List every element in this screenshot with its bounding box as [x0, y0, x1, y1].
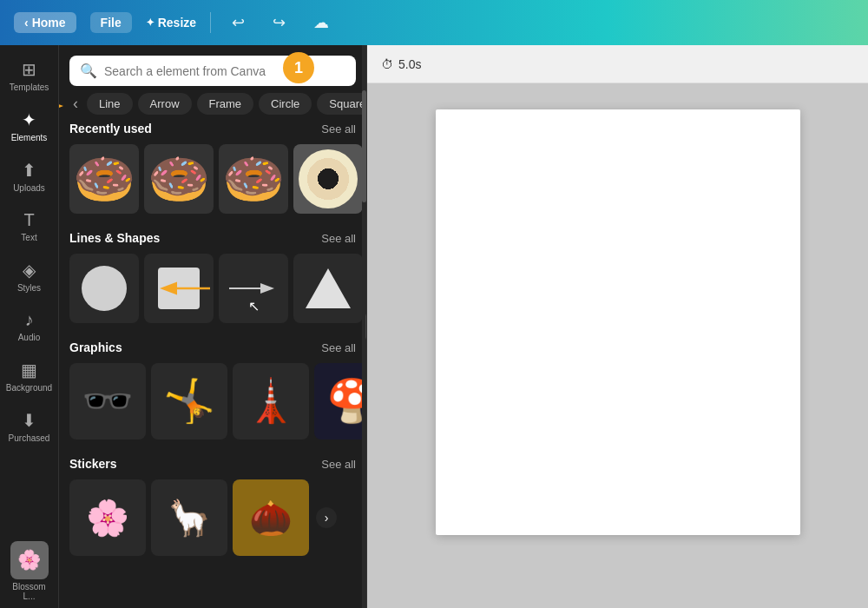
templates-icon: ⊞ — [22, 59, 36, 80]
sticker-2-emoji: 🦙 — [168, 498, 211, 539]
section-graphics: Graphics See all 🕶️ 🤸 🗼 — [69, 340, 356, 439]
sidebar-label-styles: Styles — [17, 283, 41, 293]
recently-used-item-4[interactable] — [293, 144, 363, 214]
shapes-grid: ↖ › — [69, 254, 356, 323]
cloud-button[interactable]: ☁ — [306, 10, 336, 36]
chip-frame[interactable]: Frame — [197, 93, 254, 115]
sticker-item-3[interactable]: 🌰 — [233, 479, 309, 556]
donut-3-emoji: 🍩 — [222, 154, 285, 204]
sidebar-item-elements[interactable]: ✦ Elements — [3, 102, 56, 149]
scrollbar-thumb[interactable] — [362, 90, 366, 203]
graphics-title: Graphics — [69, 340, 122, 354]
redo-button[interactable]: ↪ — [266, 10, 293, 36]
donut-2-emoji: 🍩 — [148, 154, 210, 204]
sidebar-item-text[interactable]: T Text — [3, 203, 56, 249]
recently-used-see-all[interactable]: See all — [321, 122, 356, 135]
recently-used-item-3[interactable]: 🍩 — [219, 144, 288, 214]
sidebar-label-background: Background — [6, 383, 52, 393]
time-value: 5.0s — [398, 57, 421, 71]
sidebar-label-text: Text — [21, 233, 36, 242]
sticker-item-1[interactable]: 🌸 — [69, 479, 146, 556]
topbar-left: ‹ Home File ✦ Resize ↩ ↪ ☁ — [14, 10, 336, 36]
sidebar-item-uploads[interactable]: ⬆ Uploads — [3, 153, 56, 200]
recently-used-grid: 🍩 🍩 🍩 › — [69, 144, 356, 214]
search-bar: 🔍 — [69, 56, 356, 86]
section-header-recently-used: Recently used See all — [69, 122, 356, 135]
annotation-arrow-2 — [154, 275, 214, 301]
graphic-4-emoji: 🍄 — [326, 377, 366, 426]
background-icon: ▦ — [21, 360, 37, 380]
section-recently-used: Recently used See all 🍩 🍩 🍩 — [69, 122, 356, 214]
recently-used-item-1[interactable]: 🍩 — [69, 144, 139, 214]
stickers-see-all[interactable]: See all — [321, 458, 356, 471]
time-indicator: ⏱ 5.0s — [381, 57, 421, 71]
search-icon: 🔍 — [80, 63, 97, 79]
purchased-icon: ⬇ — [22, 410, 36, 431]
sidebar-item-blossom[interactable]: 🌸 Blossom L... — [3, 534, 56, 608]
stickers-title: Stickers — [69, 457, 116, 471]
home-button[interactable]: ‹ Home — [14, 12, 76, 33]
elements-panel: 🔍 1 ‹ Line Arrow Frame Circle Squar — [59, 45, 367, 608]
sticker-item-2[interactable]: 🦙 — [151, 479, 227, 556]
search-input[interactable] — [104, 64, 345, 78]
audio-icon: ♪ — [25, 310, 34, 330]
shape-triangle[interactable] — [293, 254, 363, 323]
sidebar-label-templates: Templates — [10, 83, 49, 92]
topbar: ‹ Home File ✦ Resize ↩ ↪ ☁ — [0, 0, 868, 45]
lines-shapes-title: Lines & Shapes — [69, 231, 160, 245]
shape-circle[interactable] — [69, 254, 139, 323]
chips-prev-button[interactable]: ‹ — [69, 95, 82, 113]
category-chips: ‹ Line Arrow Frame Circle Square › — [59, 93, 366, 122]
graphic-item-3[interactable]: 🗼 — [233, 363, 309, 439]
circle-visual — [82, 266, 127, 311]
stickers-next[interactable]: › — [316, 507, 337, 528]
sidebar-icons: ⊞ Templates ✦ Elements ⬆ Uploads T Text … — [0, 45, 59, 608]
resize-control: ✦ Resize — [146, 16, 196, 30]
undo-button[interactable]: ↩ — [225, 10, 252, 36]
file-button[interactable]: File — [90, 12, 132, 33]
section-lines-shapes: Lines & Shapes See all 2 — [69, 231, 356, 323]
chip-line[interactable]: Line — [87, 93, 133, 115]
graphic-item-2[interactable]: 🤸 — [151, 363, 227, 439]
chip-arrow[interactable]: Arrow — [138, 93, 192, 115]
section-header-lines-shapes: Lines & Shapes See all — [69, 231, 356, 245]
shape-arrow[interactable]: ↖ — [219, 254, 288, 323]
graphics-grid: 🕶️ 🤸 🗼 🍄 › — [69, 363, 356, 439]
panel-scroll: Recently used See all 🍩 🍩 🍩 — [59, 122, 366, 608]
section-stickers: Stickers See all 🌸 🦙 🌰 › — [69, 457, 356, 556]
sidebar-item-audio[interactable]: ♪ Audio — [3, 303, 56, 349]
sidebar-label-uploads: Uploads — [13, 183, 45, 193]
sidebar-label-audio: Audio — [18, 333, 41, 342]
resize-icon: ✦ — [146, 17, 155, 29]
lines-shapes-see-all[interactable]: See all — [321, 232, 356, 245]
chip-square[interactable]: Square — [317, 93, 366, 115]
sidebar-item-background[interactable]: ▦ Background — [3, 353, 56, 400]
section-header-stickers: Stickers See all — [69, 457, 356, 471]
graphic-item-4[interactable]: 🍄 — [314, 363, 366, 439]
canvas-main[interactable] — [367, 83, 868, 608]
canvas-page[interactable] — [436, 109, 800, 535]
blossom-thumbnail: 🌸 — [10, 541, 49, 579]
chip-circle[interactable]: Circle — [259, 93, 312, 115]
canvas-area: ⏱ 5.0s — [367, 45, 868, 608]
stickers-grid: 🌸 🦙 🌰 › — [69, 479, 356, 556]
sticker-1-emoji: 🌸 — [86, 498, 129, 539]
arrow-visual — [227, 280, 279, 297]
sidebar-label-purchased: Purchased — [9, 433, 50, 443]
text-icon: T — [23, 210, 34, 230]
canvas-toolbar: ⏱ 5.0s — [367, 45, 868, 83]
donut-4-shape — [299, 149, 358, 208]
graphics-see-all[interactable]: See all — [321, 341, 356, 354]
topbar-divider — [210, 12, 211, 33]
sidebar-item-purchased[interactable]: ⬇ Purchased — [3, 403, 56, 450]
recently-used-item-2[interactable]: 🍩 — [144, 144, 214, 214]
graphic-item-1[interactable]: 🕶️ — [69, 363, 146, 439]
recently-used-title: Recently used — [69, 122, 152, 135]
chevron-left-icon: ‹ — [24, 16, 29, 30]
search-container: 🔍 1 — [59, 45, 366, 93]
sidebar-label-elements: Elements — [11, 133, 48, 142]
cursor-icon: ↖ — [248, 298, 260, 314]
sidebar-item-styles[interactable]: ◈ Styles — [3, 253, 56, 300]
graphic-2-emoji: 🤸 — [163, 377, 215, 426]
sidebar-item-templates[interactable]: ⊞ Templates — [3, 52, 56, 99]
